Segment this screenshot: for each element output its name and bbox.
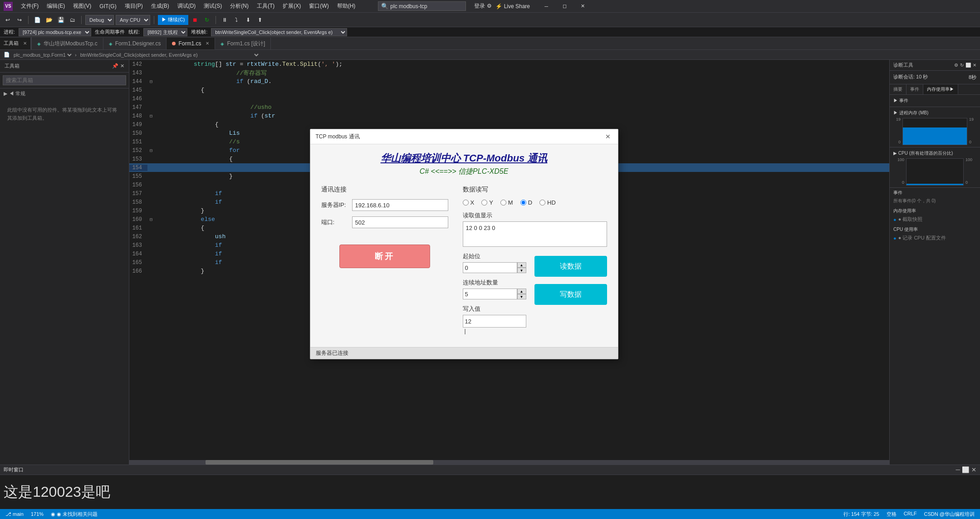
redo-button[interactable]: ↪ — [15, 15, 24, 25]
connect-button[interactable]: 断开 — [339, 245, 430, 268]
dialog-right-panel: 数据读写 X Y M — [463, 186, 607, 340]
menu-build[interactable]: 生成(B) — [147, 1, 173, 11]
tab-summary[interactable]: 摘要 — [890, 84, 906, 94]
save-button[interactable]: 💾 — [56, 15, 66, 25]
step-over-button[interactable]: ⤵ — [231, 15, 241, 25]
toolbox-section[interactable]: ▶ ◀ 常规 — [0, 88, 129, 99]
menu-help[interactable]: 帮助(H) — [333, 1, 359, 11]
status-zoom[interactable]: 171% — [31, 511, 44, 517]
thread-label: 线程: — [128, 29, 140, 35]
class-select[interactable]: plc_modbus_tcp.Form1 — [12, 52, 73, 58]
toolbox-search-input[interactable] — [3, 75, 126, 85]
cpu-profile-item[interactable]: ● ● 记录 CPU 配置文件 — [893, 235, 976, 241]
radio-y[interactable]: Y — [481, 199, 493, 206]
new-file-button[interactable]: 📄 — [32, 15, 42, 25]
save-all-button[interactable]: 🗂 — [68, 15, 78, 25]
menu-view[interactable]: 视图(V) — [69, 1, 95, 11]
imm-pin-button[interactable]: ─ — [956, 466, 960, 473]
start-pos-down-button[interactable]: ▼ — [517, 268, 526, 273]
thread-select[interactable]: [8892] 主线程 — [143, 28, 187, 36]
row-col-indicator[interactable]: 行: 154 字节: 25 — [843, 511, 879, 518]
start-pos-label: 起始位 — [463, 252, 527, 260]
stop-button[interactable]: ⏹ — [190, 15, 200, 25]
tab-explorer[interactable]: ◈ 华山培训ModbusTcp.c — [32, 38, 103, 49]
stackframe-select[interactable]: btnWriteSingleCoil_Click(object sender, … — [211, 28, 347, 36]
tab-toolbox-panel[interactable]: 工具箱 ✕ — [0, 38, 31, 49]
cpu-select[interactable]: Any CPU — [116, 15, 150, 25]
read-display-label: 读取值显示 — [463, 211, 607, 220]
open-file-button[interactable]: 📂 — [44, 15, 54, 25]
menu-git[interactable]: GIT(G) — [96, 2, 120, 11]
diag-settings-button[interactable]: ⚙ — [954, 63, 958, 68]
toolbar: ↩ ↪ 📄 📂 💾 🗂 Debug Any CPU ▶ 继续(C) ⏹ ↻ ⏸ … — [0, 13, 980, 27]
addr-count-input[interactable] — [463, 289, 517, 299]
diag-refresh-button[interactable]: ↻ — [960, 63, 964, 68]
form1-cs-tab-close[interactable]: ✕ — [206, 41, 209, 46]
tab-events[interactable]: 事件 — [906, 84, 923, 94]
status-issues[interactable]: ◉ ◉ 未找到相关问题 — [51, 511, 98, 518]
immediate-window-content: 这是120023是吧 — [4, 482, 976, 502]
write-val-input[interactable] — [463, 315, 526, 328]
menu-analyze[interactable]: 分析(N) — [226, 1, 252, 11]
sidebar-close-button[interactable]: ✕ — [120, 63, 124, 69]
pause-button[interactable]: ⏸ — [220, 15, 230, 25]
status-bar: ⎇ main 171% ◉ ◉ 未找到相关问题 行: 154 字节: 25 空格… — [0, 509, 980, 519]
undo-button[interactable]: ↩ — [3, 15, 13, 25]
start-pos-input[interactable] — [463, 262, 517, 273]
menu-file[interactable]: 文件(F) — [17, 1, 42, 11]
restart-button[interactable]: ↻ — [202, 15, 212, 25]
process-select[interactable]: [9724] plc modbus-tcp.exe — [19, 28, 91, 36]
menu-bar: VS 文件(F) 编辑(E) 视图(V) GIT(G) 项目(P) 生成(B) … — [0, 0, 980, 13]
tab-form1-cs[interactable]: Form1.cs ✕ — [167, 38, 215, 49]
radio-m[interactable]: M — [500, 199, 513, 206]
live-share-button[interactable]: ⚡ Live Share — [495, 3, 530, 10]
menu-tools[interactable]: 工具(T) — [253, 1, 278, 11]
tab-memory[interactable]: 内存使用率▶ — [923, 84, 958, 94]
status-right: 行: 154 字节: 25 空格 CRLF CSDN @华山编程培训 — [843, 511, 975, 518]
menu-test[interactable]: 测试(S) — [200, 1, 225, 11]
horizontal-scrollbar[interactable] — [129, 460, 889, 465]
minimize-button[interactable]: ─ — [537, 0, 555, 13]
space-indicator[interactable]: 空格 — [887, 511, 897, 518]
mem-actions: 内存使用率 ● ● 截取快照 — [890, 206, 980, 225]
read-data-button[interactable]: 读数据 — [534, 256, 607, 277]
toolbox-tab-close[interactable]: ✕ — [23, 41, 27, 46]
tab-form-designer[interactable]: ◈ Form1.Designer.cs — [103, 38, 167, 49]
collapse-icon: ▶ — [4, 91, 7, 97]
radio-hd[interactable]: HD — [539, 199, 556, 206]
pin-button[interactable]: 📌 — [112, 63, 118, 69]
imm-close-button[interactable]: ✕ — [971, 466, 976, 473]
imm-maximize-button[interactable]: ⬜ — [962, 466, 970, 473]
snapshot-item[interactable]: ● ● 截取快照 — [893, 216, 976, 223]
continue-button[interactable]: ▶ 继续(C) — [158, 15, 188, 25]
line-ending-indicator[interactable]: CRLF — [904, 511, 917, 518]
search-input[interactable] — [390, 3, 463, 10]
menu-window[interactable]: 窗口(W) — [305, 1, 332, 11]
menu-extensions[interactable]: 扩展(X) — [279, 1, 304, 11]
addr-count-down-button[interactable]: ▼ — [517, 294, 526, 299]
diag-expand-button[interactable]: ⬜ — [965, 63, 971, 68]
step-out-button[interactable]: ⬆ — [255, 15, 265, 25]
close-button[interactable]: ✕ — [573, 0, 592, 13]
diag-close-button[interactable]: ✕ — [973, 63, 976, 68]
ip-input[interactable] — [352, 199, 448, 211]
login-label[interactable]: 登录 ⚙ — [474, 2, 491, 10]
restore-button[interactable]: ◻ — [555, 0, 573, 13]
menu-edit[interactable]: 编辑(E) — [43, 1, 69, 11]
port-input[interactable] — [352, 216, 448, 228]
write-data-button[interactable]: 写数据 — [534, 284, 607, 305]
tab-form1-design[interactable]: ◈ Form1.cs [设计] — [215, 38, 271, 49]
search-box[interactable]: 🔍 — [378, 1, 466, 11]
dialog-close-button[interactable]: ✕ — [603, 132, 612, 141]
start-pos-spinbox: ▲ ▼ — [463, 262, 527, 273]
radio-x[interactable]: X — [463, 199, 475, 206]
start-pos-up-button[interactable]: ▲ — [517, 262, 526, 268]
menu-project[interactable]: 项目(P) — [121, 1, 147, 11]
status-text: ◉ 未找到相关问题 — [57, 511, 98, 517]
menu-debug[interactable]: 调试(D) — [174, 1, 200, 11]
radio-d[interactable]: D — [520, 199, 532, 206]
method-select[interactable]: btnWriteSingleCoil_Click(object sender, … — [78, 52, 260, 58]
step-into-button[interactable]: ⬇ — [243, 15, 253, 25]
addr-count-up-button[interactable]: ▲ — [517, 289, 526, 294]
debug-mode-select[interactable]: Debug — [85, 15, 114, 25]
